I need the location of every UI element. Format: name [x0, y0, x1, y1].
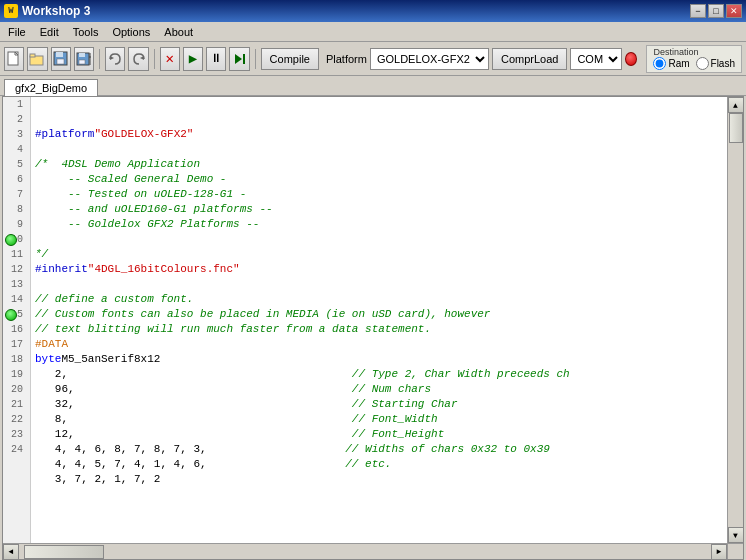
svg-rect-9 [79, 53, 85, 57]
line-number-6: 6 [3, 172, 27, 187]
close-button[interactable]: ✕ [726, 4, 742, 18]
line-number-13: 13 [3, 277, 27, 292]
line-number-21: 21 [3, 397, 27, 412]
toolbar-separator-3 [255, 49, 256, 69]
toolbar: ✕ ▶ ⏸ Compile Platform GOLDELOX-GFX2 Com… [0, 42, 746, 76]
title-bar: W Workshop 3 − □ ✕ [0, 0, 746, 22]
svg-rect-10 [79, 60, 85, 64]
code-line-19: 32, // Starting Char [35, 397, 723, 412]
svg-rect-7 [57, 59, 64, 64]
redo-button[interactable] [128, 47, 148, 71]
menu-options[interactable]: Options [106, 24, 156, 40]
line-number-18: 18 [3, 352, 27, 367]
line-numbers: 123456789101112131415161718192021222324 [3, 97, 31, 543]
vertical-scrollbar[interactable]: ▲ ▼ [727, 97, 743, 543]
scroll-down-button[interactable]: ▼ [728, 527, 744, 543]
window-controls: − □ ✕ [690, 4, 742, 18]
code-line-10: #inherit "4DGL_16bitColours.fnc" [35, 262, 723, 277]
platform-select[interactable]: GOLDELOX-GFX2 [370, 48, 489, 70]
title-text: Workshop 3 [22, 4, 90, 18]
menu-about[interactable]: About [158, 24, 199, 40]
scrollbar-corner [727, 543, 743, 559]
save-file-button[interactable] [51, 47, 71, 71]
com-select[interactable]: COM 3 [570, 48, 622, 70]
destination-group: Destination Ram Flash [646, 45, 742, 73]
code-line-7: -- Goldelox GFX2 Platforms -- [35, 217, 723, 232]
code-line-3: /* 4DSL Demo Application [35, 157, 723, 172]
line-number-9: 9 [3, 217, 27, 232]
pause-button[interactable]: ⏸ [206, 47, 226, 71]
scroll-up-button[interactable]: ▲ [728, 97, 744, 113]
horizontal-scrollbar[interactable]: ◄ ► [3, 543, 727, 559]
toolbar-separator-1 [99, 49, 100, 69]
scroll-thumb-horizontal[interactable] [24, 545, 104, 559]
line-number-23: 23 [3, 427, 27, 442]
code-line-15: #DATA [35, 337, 723, 352]
svg-rect-4 [30, 54, 35, 57]
code-line-22: 4, 4, 6, 8, 7, 8, 7, 3, // Widths of cha… [35, 442, 723, 457]
svg-rect-6 [56, 52, 63, 57]
svg-rect-16 [243, 54, 245, 64]
line-number-5: 5 [3, 157, 27, 172]
line-number-11: 11 [3, 247, 27, 262]
svg-marker-14 [140, 56, 144, 60]
code-line-1: #platform "GOLDELOX-GFX2" [35, 127, 723, 142]
platform-label: Platform [326, 53, 367, 65]
save-all-button[interactable] [74, 47, 94, 71]
line-number-8: 8 [3, 202, 27, 217]
dest-ram-option[interactable]: Ram [653, 57, 689, 70]
run-button[interactable]: ▶ [183, 47, 203, 71]
line-number-24: 24 [3, 442, 27, 457]
open-file-button[interactable] [27, 47, 47, 71]
code-line-6: -- and uOLED160-G1 platforms -- [35, 202, 723, 217]
scroll-thumb-vertical[interactable] [729, 113, 743, 143]
scroll-right-button[interactable]: ► [711, 544, 727, 560]
code-line-20: 8, // Font_Width [35, 412, 723, 427]
app-icon: W [4, 4, 18, 18]
dest-flash-option[interactable]: Flash [696, 57, 735, 70]
line-number-22: 22 [3, 412, 27, 427]
menu-tools[interactable]: Tools [67, 24, 105, 40]
code-line-4: -- Scaled General Demo - [35, 172, 723, 187]
code-line-23: 4, 4, 5, 7, 4, 1, 4, 6, // etc. [35, 457, 723, 472]
tab-gfx2bigdemo[interactable]: gfx2_BigDemo [4, 79, 98, 96]
editor-bottom: ◄ ► [3, 543, 743, 559]
new-file-button[interactable] [4, 47, 24, 71]
code-line-13: // Custom fonts can also be placed in ME… [35, 307, 723, 322]
status-indicator [625, 52, 637, 66]
line-number-19: 19 [3, 367, 27, 382]
code-area[interactable]: #platform "GOLDELOX-GFX2"/* 4DSL Demo Ap… [31, 97, 727, 543]
line-number-17: 17 [3, 337, 27, 352]
line-number-7: 7 [3, 187, 27, 202]
comprload-button[interactable]: ComprLoad [492, 48, 567, 70]
line-number-20: 20 [3, 382, 27, 397]
scroll-track-horizontal[interactable] [19, 545, 711, 559]
svg-marker-15 [235, 54, 242, 64]
undo-button[interactable] [105, 47, 125, 71]
code-line-8 [35, 232, 723, 247]
scroll-track-vertical[interactable] [729, 113, 743, 527]
toolbar-separator-2 [154, 49, 155, 69]
code-line-21: 12, // Font_Height [35, 427, 723, 442]
line-number-3: 3 [3, 127, 27, 142]
scroll-left-button[interactable]: ◄ [3, 544, 19, 560]
line-number-16: 16 [3, 322, 27, 337]
compile-button[interactable]: Compile [261, 48, 319, 70]
code-line-24: 3, 7, 2, 1, 7, 2 [35, 472, 723, 487]
menu-edit[interactable]: Edit [34, 24, 65, 40]
tab-bar: gfx2_BigDemo [0, 76, 746, 96]
minimize-button[interactable]: − [690, 4, 706, 18]
line-number-4: 4 [3, 142, 27, 157]
menu-file[interactable]: File [2, 24, 32, 40]
line-number-15: 15 [3, 307, 27, 322]
code-line-17: 2, // Type 2, Char Width preceeds ch [35, 367, 723, 382]
destination-title: Destination [653, 47, 735, 57]
code-line-9: */ [35, 247, 723, 262]
stop-button[interactable]: ✕ [160, 47, 180, 71]
line-number-1: 1 [3, 97, 27, 112]
code-line-5: -- Tested on uOLED-128-G1 - [35, 187, 723, 202]
menu-bar: File Edit Tools Options About [0, 22, 746, 42]
step-button[interactable] [229, 47, 249, 71]
maximize-button[interactable]: □ [708, 4, 724, 18]
code-line-2 [35, 142, 723, 157]
